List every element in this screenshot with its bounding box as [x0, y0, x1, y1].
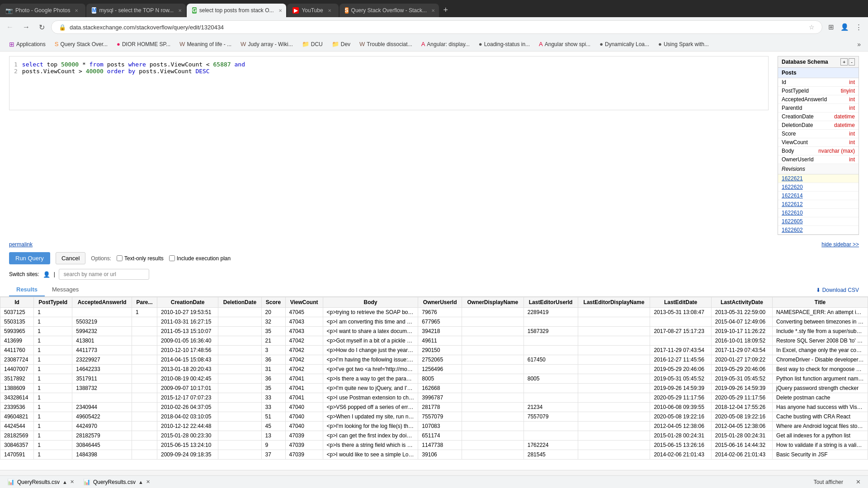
table-cell: <p>I'm quite new to jQuery, and I've wri…: [323, 384, 418, 393]
db-schema-plus-btn[interactable]: +: [840, 58, 848, 66]
status-file-2[interactable]: 📊 QueryResults.csv ▲ ✕: [83, 479, 150, 485]
menu-button[interactable]: ⋮: [853, 21, 864, 33]
bookmark-dev[interactable]: 📁 Dev: [330, 40, 352, 48]
star-icon[interactable]: ☆: [809, 23, 815, 31]
col-header-posttypeid[interactable]: PostTypeId: [34, 297, 72, 308]
col-header-score[interactable]: Score: [261, 297, 285, 308]
results-tab-results[interactable]: Results: [9, 283, 45, 296]
bookmark-dcu[interactable]: 📁 DCU: [300, 40, 325, 48]
status-close-2[interactable]: ✕: [146, 479, 150, 485]
switch-sites-icon: 👤: [43, 271, 50, 278]
tab-close[interactable]: ✕: [326, 7, 333, 14]
col-header-lasteditoruserid[interactable]: LastEditorUserId: [524, 297, 578, 308]
code-line-1: 1 select top 50000 * from posts where po…: [14, 61, 764, 68]
table-cell: [132, 317, 157, 327]
tab-photo-google-photos[interactable]: 📷 Photo - Google Photos ✕: [0, 4, 85, 17]
data-table-container[interactable]: Id PostTypeId AcceptedAnswerId Pare... C…: [0, 297, 868, 470]
table-cell: 3517911: [72, 374, 132, 384]
tab-query-stack-overflow[interactable]: S Query Stack Overflow - Stack... ✕: [340, 4, 439, 17]
horizontal-scrollbar[interactable]: [0, 470, 868, 475]
col-header-lasteditordisplayname[interactable]: LastEditorDisplayName: [578, 297, 650, 308]
table-cell: Include *.sty file from a super/subdirec…: [773, 327, 868, 336]
tab-select-top-posts[interactable]: G select top posts from stack O... ✕: [187, 4, 286, 17]
table-cell: <p>How do I change just the year compone…: [323, 346, 418, 355]
revision-1622614[interactable]: 1622614: [778, 192, 859, 200]
db-schema-minus-btn[interactable]: -: [849, 58, 855, 66]
bookmark-query-stack[interactable]: S Query Stack Over...: [53, 40, 109, 48]
extensions-button[interactable]: ⊞: [826, 21, 836, 33]
table-cell: 2014-02-06 21:01:43: [711, 450, 772, 460]
table-cell: 49604821: [0, 412, 34, 422]
col-header-parentid[interactable]: Pare...: [132, 297, 157, 308]
tout-afficher-label[interactable]: Tout afficher: [814, 479, 843, 485]
tab-label: Photo - Google Photos: [15, 7, 70, 14]
bookmark-trouble[interactable]: W Trouble dissociat...: [358, 40, 414, 48]
table-cell: [218, 355, 261, 365]
table-cell: 1388609: [0, 384, 34, 393]
revision-1622620[interactable]: 1622620: [778, 183, 859, 192]
download-csv-link[interactable]: ⬇ Download CSV: [816, 283, 859, 296]
bookmarks-more[interactable]: »: [857, 41, 861, 48]
back-button[interactable]: ←: [4, 21, 16, 33]
table-cell: [524, 422, 578, 431]
hide-sidebar-link[interactable]: hide sidebar >>: [821, 241, 859, 248]
table-cell: 1: [34, 365, 72, 374]
text-only-option[interactable]: Text-only results: [117, 255, 164, 262]
col-header-acceptedanswerid[interactable]: AcceptedAnswerId: [72, 297, 132, 308]
col-header-body[interactable]: Body: [323, 297, 418, 308]
bookmark-loading-status[interactable]: ● Loading-status in...: [477, 40, 532, 48]
bookmark-dior[interactable]: ● DIOR HOMME SP...: [115, 40, 172, 48]
bookmark-judy-array[interactable]: W Judy array - Wiki...: [239, 40, 295, 48]
bookmark-angular-spi[interactable]: A Angular show spi...: [537, 40, 592, 48]
revision-1622610[interactable]: 1622610: [778, 209, 859, 217]
results-tab-messages[interactable]: Messages: [45, 283, 86, 296]
execution-plan-option[interactable]: Include execution plan: [169, 255, 231, 262]
bookmark-dynamically[interactable]: ● Dynamically Loa...: [598, 40, 651, 48]
bookmark-applications[interactable]: ⊞ Applications: [7, 40, 47, 49]
cancel-button[interactable]: Cancel: [56, 252, 85, 264]
table-cell: 2752065: [418, 355, 462, 365]
tab-close[interactable]: ✕: [176, 7, 184, 14]
revision-1622605[interactable]: 1622605: [778, 217, 859, 226]
bookmark-angular-display[interactable]: A Angular: display...: [420, 40, 472, 48]
col-header-title[interactable]: Title: [773, 297, 868, 308]
code-editor[interactable]: 1 select top 50000 * from posts where po…: [9, 56, 769, 110]
col-header-creationdate[interactable]: CreationDate: [157, 297, 218, 308]
col-header-viewcount[interactable]: ViewCount: [285, 297, 323, 308]
reload-button[interactable]: ↻: [36, 21, 47, 33]
table-cell: 30846357: [0, 441, 34, 450]
status-file-1[interactable]: 📊 QueryResults.csv ▲ ✕: [7, 479, 74, 485]
col-header-owneruserid[interactable]: OwnerUserId: [418, 297, 462, 308]
tab-close[interactable]: ✕: [73, 7, 80, 14]
table-cell: 1: [34, 393, 72, 403]
tab-mysql[interactable]: M mysql - select the TOP N row... ✕: [86, 4, 186, 17]
search-site-input[interactable]: [59, 269, 149, 280]
status-bar-close[interactable]: ✕: [856, 479, 861, 485]
col-header-ownerdisplayname[interactable]: OwnerDisplayName: [462, 297, 524, 308]
address-bar[interactable]: 🔒 data.stackexchange.com/stackoverflow/q…: [51, 20, 822, 34]
status-close-1[interactable]: ✕: [70, 479, 74, 485]
permalink-link[interactable]: permalink: [9, 241, 33, 248]
run-query-button[interactable]: Run Query: [9, 252, 50, 264]
revision-1622621[interactable]: 1622621: [778, 174, 859, 183]
account-button[interactable]: 👤: [838, 21, 851, 33]
table-cell: 2010-02-26 04:37:05: [157, 403, 218, 412]
tab-close[interactable]: ✕: [429, 7, 437, 14]
new-tab-button[interactable]: +: [440, 5, 452, 15]
col-header-lastactivitydate[interactable]: LastActivityDate: [711, 297, 772, 308]
table-cell: 2020-05-08 19:22:16: [711, 412, 772, 422]
revision-1622612[interactable]: 1622612: [778, 200, 859, 209]
db-schema-title: Database Schema: [782, 59, 828, 65]
tab-close[interactable]: ✕: [277, 7, 284, 14]
text-only-checkbox[interactable]: [117, 255, 123, 261]
execution-plan-checkbox[interactable]: [169, 255, 175, 261]
col-header-id[interactable]: Id: [0, 297, 34, 308]
bookmark-meaning-of-life[interactable]: W Meaning of life - ...: [178, 40, 233, 48]
col-header-deletiondate[interactable]: DeletionDate: [218, 297, 261, 308]
table-row: 496048211496054222018-04-02 03:10:055147…: [0, 412, 868, 422]
revision-1622602[interactable]: 1622602: [778, 226, 859, 235]
forward-button[interactable]: →: [20, 21, 33, 33]
bookmark-spark[interactable]: ● Using Spark with...: [656, 40, 711, 48]
col-header-lasteditdate[interactable]: LastEditDate: [650, 297, 711, 308]
tab-youtube[interactable]: ▶ YouTube ✕: [287, 4, 338, 17]
